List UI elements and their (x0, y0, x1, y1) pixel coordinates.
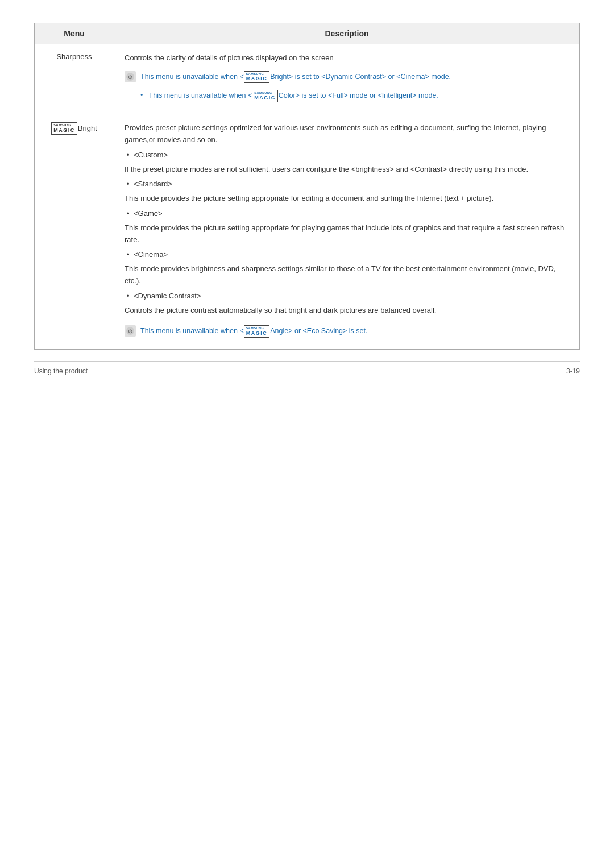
bright-text: Bright (78, 124, 97, 132)
item-custom-label: <Custom> (134, 151, 168, 159)
item-custom-desc: If the preset picture modes are not suff… (125, 164, 569, 176)
list-item-custom: <Custom> (125, 149, 569, 161)
item-dynamic-desc: Controls the picture contrast automatica… (125, 305, 569, 317)
svg-text:⊘: ⊘ (128, 74, 132, 80)
list-item-standard: <Standard> (125, 178, 569, 190)
list-item-game: <Game> (125, 208, 569, 220)
table-row: Sharpness Controls the clarity of detail… (35, 44, 580, 114)
warning-icon-magic-bright: ⊘ (125, 325, 136, 337)
warning-icon-1: ⊘ (125, 71, 136, 82)
magic-bright-warning-text: This menu is unavailable when <SAMSUNGMA… (140, 325, 368, 337)
list-standard: <Standard> (125, 178, 569, 190)
page-content: Menu Description Sharpness Controls the … (34, 23, 580, 381)
item-dynamic-label: <Dynamic Contrast> (134, 292, 201, 300)
footer-right: 3-19 (566, 367, 580, 375)
sharpness-warning-2: • This menu is unavailable when <SAMSUNG… (125, 86, 569, 106)
item-standard-desc: This mode provides the picture setting a… (125, 193, 569, 205)
list-game: <Game> (125, 208, 569, 220)
footer: Using the product 3-19 (34, 361, 580, 381)
item-game-label: <Game> (134, 209, 163, 218)
desc-sharpness: Controls the clarity of details of pictu… (114, 44, 580, 114)
menu-magic-bright: SAMSUNG MAGIC Bright (35, 114, 114, 350)
header-description: Description (114, 23, 580, 44)
header-menu: Menu (35, 23, 114, 44)
desc-magic-bright: Provides preset picture settings optimiz… (114, 114, 580, 350)
magic-block-inline: SAMSUNGMAGIC (244, 71, 270, 83)
list-item-cinema: <Cinema> (125, 249, 569, 261)
magic-bright-list: <Custom> (125, 149, 569, 161)
menu-label: Sharpness (56, 52, 92, 61)
samsung-magic-block-menu: SAMSUNG MAGIC (51, 122, 77, 134)
magic-block-inline-3: SAMSUNGMAGIC (244, 325, 270, 337)
magic-bright-warning: ⊘ This menu is unavailable when <SAMSUNG… (125, 322, 569, 340)
sharpness-intro: Controls the clarity of details of pictu… (125, 52, 569, 64)
list-item-dynamic-contrast: <Dynamic Contrast> (125, 290, 569, 302)
table-row: SAMSUNG MAGIC Bright Provides preset pic… (35, 114, 580, 350)
item-cinema-desc: This mode provides brightness and sharpn… (125, 263, 569, 287)
list-dynamic-contrast: <Dynamic Contrast> (125, 290, 569, 302)
item-game-desc: This mode provides the picture setting a… (125, 222, 569, 246)
sharpness-warning-2-text: • This menu is unavailable when <SAMSUNG… (140, 90, 438, 102)
warning-icon-2 (125, 91, 136, 102)
magic-bright-intro: Provides preset picture settings optimiz… (125, 122, 569, 146)
magic-bright-menu-label: SAMSUNG MAGIC Bright (45, 122, 103, 134)
sharpness-warning-1: ⊘ This menu is unavailable when <SAMSUNG… (125, 68, 569, 86)
item-standard-label: <Standard> (134, 180, 172, 188)
menu-sharpness: Sharpness (35, 44, 114, 114)
magic-block-inline-2: SAMSUNGMAGIC (252, 90, 278, 102)
svg-text:⊘: ⊘ (128, 328, 132, 334)
footer-left: Using the product (34, 367, 88, 375)
magic-bright-combined: SAMSUNG MAGIC Bright (51, 122, 97, 134)
list-cinema: <Cinema> (125, 249, 569, 261)
sharpness-warning-1-text: This menu is unavailable when <SAMSUNGMA… (140, 71, 451, 83)
item-cinema-label: <Cinema> (134, 250, 168, 259)
main-table: Menu Description Sharpness Controls the … (34, 23, 580, 350)
